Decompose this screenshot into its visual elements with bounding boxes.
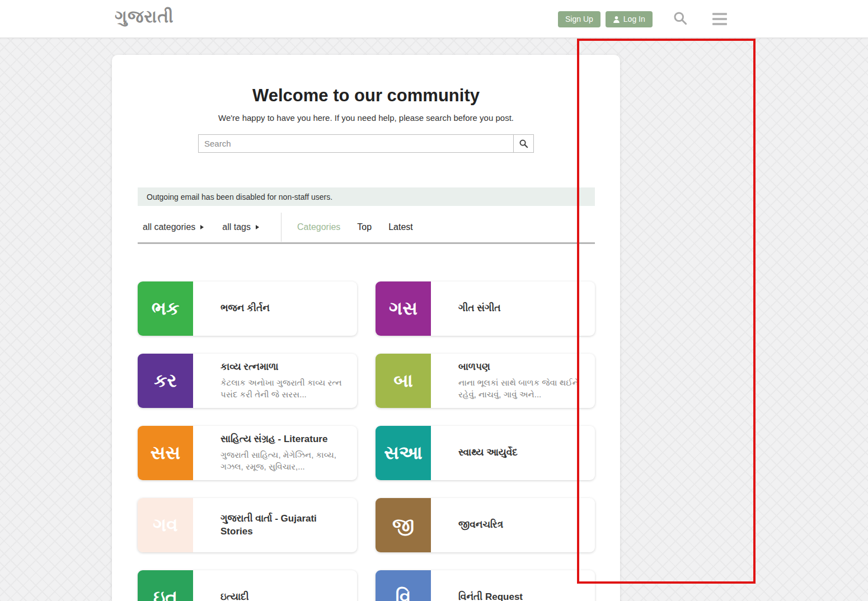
category-title: ઇત્યાદી bbox=[220, 591, 346, 601]
category-title: કાવ્ય રત્નમાળા bbox=[220, 361, 346, 374]
sign-up-button[interactable]: Sign Up bbox=[558, 11, 600, 27]
category-card-body: ભજન કીર્તન bbox=[193, 281, 357, 336]
category-card[interactable]: ગસગીત સંગીત bbox=[376, 281, 595, 336]
search-icon bbox=[519, 139, 528, 148]
category-card-body: ઇત્યાદી bbox=[193, 570, 357, 601]
category-badge: વિ bbox=[376, 570, 431, 601]
welcome-heading: Welcome to our community bbox=[112, 86, 620, 106]
search-submit-button[interactable] bbox=[513, 134, 534, 153]
category-title: ગુજરાતી વાર્તા - Gujarati Stories bbox=[220, 513, 346, 538]
caret-right-icon bbox=[200, 225, 204, 229]
category-card[interactable]: ગવગુજરાતી વાર્તા - Gujarati Stories bbox=[138, 498, 357, 552]
caret-right-icon bbox=[256, 225, 259, 229]
nav-underline bbox=[138, 242, 595, 244]
hamburger-menu-icon[interactable] bbox=[712, 13, 727, 25]
category-title: બાળપણ bbox=[458, 361, 584, 374]
category-grid: ભકભજન કીર્તનગસગીત સંગીતકરકાવ્ય રત્નમાળાક… bbox=[138, 281, 595, 601]
tab-top[interactable]: Top bbox=[357, 222, 372, 232]
log-in-label: Log In bbox=[623, 15, 645, 24]
admin-notice-text: Outgoing email has been disabled for non… bbox=[147, 192, 332, 201]
site-logo[interactable]: ગુજરાતી bbox=[115, 7, 174, 27]
category-card[interactable]: કરકાવ્ય રત્નમાળાકેટલાક અનોખા ગુજરાતી કાવ… bbox=[138, 354, 357, 408]
category-badge: ગવ bbox=[138, 498, 193, 552]
tag-filter-label: all tags bbox=[222, 222, 251, 232]
tab-categories[interactable]: Categories bbox=[297, 222, 340, 232]
category-card-body: બાળપણનાના ભૂલકાં સાથે બાળક જેવા થઈને રહે… bbox=[431, 354, 595, 408]
category-title: જીવનચરિત્ર bbox=[458, 519, 584, 532]
category-filter-dropdown[interactable]: all categories bbox=[143, 222, 204, 232]
category-card-body: સ્વાથ્ય આયુર્વેદ bbox=[431, 426, 595, 480]
category-badge: ગસ bbox=[376, 281, 431, 336]
category-card-body: ગુજરાતી વાર્તા - Gujarati Stories bbox=[193, 498, 357, 552]
category-card-body: કાવ્ય રત્નમાળાકેટલાક અનોખા ગુજરાતી કાવ્ય… bbox=[193, 354, 357, 408]
main-content-panel: Welcome to our community We're happy to … bbox=[112, 55, 620, 601]
category-title: ગીત સંગીત bbox=[458, 302, 584, 315]
category-card[interactable]: જીજીવનચરિત્ર bbox=[376, 498, 595, 552]
log-in-button[interactable]: Log In bbox=[606, 11, 653, 27]
admin-notice-banner: Outgoing email has been disabled for non… bbox=[138, 187, 595, 206]
category-card-body: ગીત સંગીત bbox=[431, 281, 595, 336]
category-badge: ભક bbox=[138, 281, 193, 336]
category-badge: સઆ bbox=[376, 426, 431, 480]
category-card-body: જીવનચરિત્ર bbox=[431, 498, 595, 552]
category-card[interactable]: બાબાળપણનાના ભૂલકાં સાથે બાળક જેવા થઈને ર… bbox=[376, 354, 595, 408]
category-card[interactable]: સઆસ્વાથ્ય આયુર્વેદ bbox=[376, 426, 595, 480]
category-title: ભજન કીર્તન bbox=[220, 302, 346, 315]
user-icon bbox=[613, 16, 620, 23]
category-title: વિનંતી Request bbox=[458, 591, 584, 601]
category-badge: બા bbox=[376, 354, 431, 408]
category-title: સાહિત્ય સંગ્રહ - Literature bbox=[220, 433, 346, 446]
header-search-icon[interactable] bbox=[673, 11, 688, 27]
welcome-subtitle: We're happy to have you here. If you nee… bbox=[112, 113, 620, 123]
category-card[interactable]: સસસાહિત્ય સંગ્રહ - Literatureગુજરાતી સાહ… bbox=[138, 426, 357, 480]
category-description: નાના ભૂલકાં સાથે બાળક જેવા થઈને રહેવું, … bbox=[458, 377, 584, 400]
category-card-body: વિનંતી Request bbox=[431, 570, 595, 601]
category-badge: સસ bbox=[138, 426, 193, 480]
category-card[interactable]: ઇતઇત્યાદી bbox=[138, 570, 357, 601]
category-badge: ઇત bbox=[138, 570, 193, 601]
category-title: સ્વાથ્ય આયુર્વેદ bbox=[458, 447, 584, 459]
header-actions: Sign Up Log In bbox=[558, 0, 727, 38]
category-description: ગુજરાતી સાહિત્ય, મેગેઝિન, કાવ્ય, ગઝલ, રમ… bbox=[220, 449, 346, 472]
category-card[interactable]: વિવિનંતી Request bbox=[376, 570, 595, 601]
category-card[interactable]: ભકભજન કીર્તન bbox=[138, 281, 357, 336]
tab-latest[interactable]: Latest bbox=[388, 222, 413, 232]
top-header: ગુજરાતી Sign Up Log In bbox=[0, 0, 868, 38]
category-badge: જી bbox=[376, 498, 431, 552]
category-description: કેટલાક અનોખા ગુજરાતી કાવ્ય રત્ન પસંદ કરી… bbox=[220, 377, 346, 400]
category-card-body: સાહિત્ય સંગ્રહ - Literatureગુજરાતી સાહિત… bbox=[193, 426, 357, 480]
list-controls-nav: all categories all tags Categories Top L… bbox=[138, 218, 595, 236]
category-badge: કર bbox=[138, 354, 193, 408]
sign-up-label: Sign Up bbox=[565, 15, 593, 24]
search-input[interactable] bbox=[198, 134, 514, 153]
nav-divider bbox=[281, 213, 281, 242]
tag-filter-dropdown[interactable]: all tags bbox=[222, 222, 259, 232]
category-filter-label: all categories bbox=[143, 222, 195, 232]
welcome-search-bar bbox=[198, 134, 534, 153]
